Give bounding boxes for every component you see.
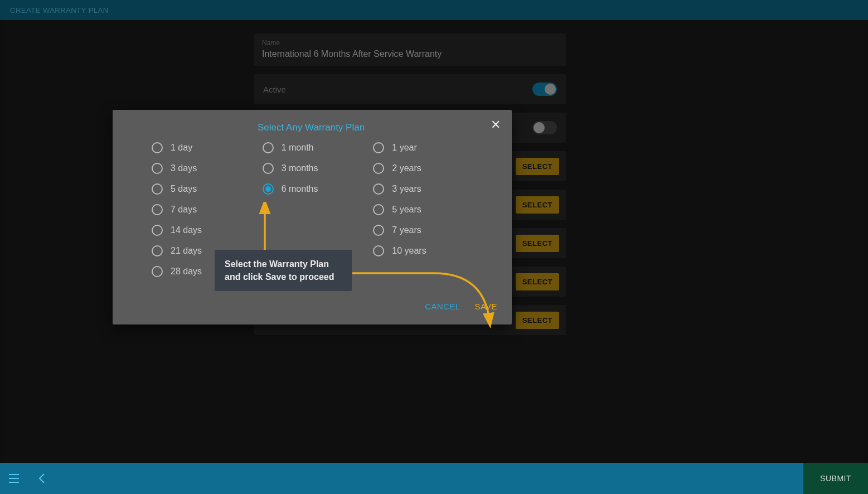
radio-circle-icon bbox=[263, 163, 274, 174]
radio-option[interactable]: 7 days bbox=[152, 204, 257, 215]
radio-option[interactable]: 3 years bbox=[373, 183, 478, 195]
radio-circle-icon bbox=[152, 204, 163, 215]
annotation-line2: and click Save to proceed bbox=[225, 272, 334, 282]
radio-label: 5 days bbox=[171, 184, 197, 194]
radio-option[interactable]: 3 days bbox=[152, 163, 257, 174]
radio-label: 2 years bbox=[392, 163, 421, 173]
radio-option[interactable]: 1 day bbox=[152, 142, 257, 153]
radio-circle-icon bbox=[152, 266, 163, 277]
radio-circle-icon bbox=[152, 225, 163, 236]
modal-actions: CANCEL SAVE bbox=[113, 288, 512, 317]
warranty-plan-modal: Select Any Warranty Plan ✕ 1 day1 month1… bbox=[113, 110, 512, 325]
radio-label: 1 year bbox=[392, 143, 416, 153]
radio-label: 7 years bbox=[392, 225, 421, 235]
radio-option[interactable]: 1 month bbox=[263, 142, 368, 153]
radio-circle-icon bbox=[263, 183, 274, 195]
radio-option[interactable]: 10 years bbox=[373, 245, 478, 256]
radio-circle-icon bbox=[373, 204, 384, 215]
radio-circle-icon bbox=[373, 142, 384, 153]
radio-circle-icon bbox=[373, 245, 384, 256]
radio-label: 21 days bbox=[171, 246, 202, 256]
radio-option[interactable]: 2 years bbox=[373, 163, 478, 174]
radio-circle-icon bbox=[263, 142, 274, 153]
annotation-line1: Select the Warranty Plan bbox=[225, 259, 329, 269]
radio-circle-icon bbox=[152, 183, 163, 195]
radio-option[interactable]: 14 days bbox=[152, 225, 257, 236]
radio-circle-icon bbox=[373, 163, 384, 174]
cancel-button[interactable]: CANCEL bbox=[425, 302, 460, 311]
radio-circle-icon bbox=[152, 142, 163, 153]
radio-circle-icon bbox=[373, 225, 384, 236]
radio-option[interactable]: 5 years bbox=[373, 204, 478, 215]
radio-option[interactable]: 3 months bbox=[263, 163, 368, 174]
submit-button[interactable]: SUBMIT bbox=[803, 463, 868, 494]
radio-label: 14 days bbox=[171, 225, 202, 235]
radio-label: 5 years bbox=[392, 205, 421, 215]
radio-label: 3 years bbox=[392, 184, 421, 194]
close-icon[interactable]: ✕ bbox=[491, 118, 501, 132]
radio-circle-icon bbox=[152, 163, 163, 174]
radio-label: 1 month bbox=[282, 143, 314, 153]
back-icon[interactable] bbox=[28, 463, 56, 494]
radio-label: 10 years bbox=[392, 246, 426, 256]
menu-icon[interactable] bbox=[0, 463, 28, 494]
radio-option[interactable]: 6 months bbox=[263, 183, 368, 195]
modal-title: Select Any Warranty Plan bbox=[258, 122, 365, 133]
radio-circle-icon bbox=[152, 245, 163, 256]
radio-label: 3 days bbox=[171, 163, 197, 173]
bottom-bar: SUBMIT bbox=[0, 463, 868, 494]
radio-option[interactable]: 1 year bbox=[373, 142, 478, 153]
save-button[interactable]: SAVE bbox=[474, 302, 497, 311]
radio-option[interactable]: 5 days bbox=[152, 183, 257, 195]
modal-header: Select Any Warranty Plan ✕ bbox=[113, 110, 512, 137]
annotation-callout: Select the Warranty Plan and click Save … bbox=[215, 250, 352, 291]
radio-circle-icon bbox=[373, 183, 384, 195]
radio-label: 7 days bbox=[171, 205, 197, 215]
radio-label: 28 days bbox=[171, 267, 202, 277]
radio-label: 1 day bbox=[171, 143, 192, 153]
radio-option[interactable]: 7 years bbox=[373, 225, 478, 236]
radio-label: 6 months bbox=[282, 184, 318, 194]
radio-label: 3 months bbox=[282, 163, 318, 173]
